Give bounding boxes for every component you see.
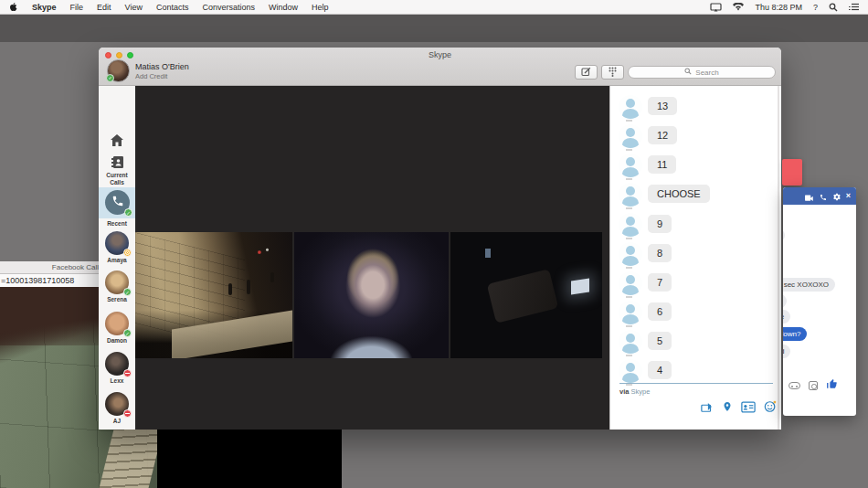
contact-name: AJ bbox=[99, 418, 135, 424]
facebook-call-addressbar[interactable]: =100013981710058 bbox=[0, 274, 102, 287]
dnd-badge bbox=[123, 369, 132, 377]
generic-avatar-icon bbox=[619, 213, 642, 237]
send-file-icon[interactable] bbox=[701, 400, 714, 417]
messenger-toolbar bbox=[783, 375, 856, 397]
black-overlay-rectangle bbox=[157, 428, 342, 488]
messenger-bubble: vd bbox=[783, 345, 790, 358]
recent-label: Recent bbox=[99, 220, 135, 228]
via-service-text: Skype bbox=[631, 387, 651, 396]
facebook-call-titlebar: Facebook Call bbox=[0, 261, 102, 274]
facebook-call-label: Facebook Call bbox=[52, 263, 99, 271]
menu-window[interactable]: Window bbox=[269, 3, 298, 12]
user-name: Matias O'Brien bbox=[135, 62, 189, 71]
dialpad-button[interactable] bbox=[601, 65, 624, 80]
chat-panel: 13 12 11 CHOOSE 9 8 7 6 bbox=[609, 86, 781, 430]
user-online-badge: ✓ bbox=[106, 74, 114, 82]
list-icon[interactable] bbox=[849, 3, 859, 11]
home-icon bbox=[111, 133, 123, 150]
chat-message-bubble: 5 bbox=[648, 332, 672, 350]
menu-bar: Skype File Edit View Contacts Conversati… bbox=[0, 0, 868, 15]
search-input[interactable]: Search bbox=[628, 66, 776, 79]
video-call-icon[interactable] bbox=[805, 188, 814, 205]
home-tab[interactable] bbox=[99, 133, 135, 150]
avatar-damon: ✓ bbox=[105, 312, 129, 335]
chat-toolbar bbox=[610, 400, 777, 417]
thumbs-up-icon[interactable] bbox=[826, 377, 838, 394]
games-icon[interactable] bbox=[789, 382, 800, 389]
chat-message-bubble: 13 bbox=[648, 97, 677, 115]
messenger-window: × u y I a sec XOXOXO m while u break dow… bbox=[783, 187, 856, 416]
camera-icon[interactable] bbox=[809, 381, 818, 390]
video-feed-subway[interactable] bbox=[135, 232, 292, 358]
search-field-icon bbox=[684, 68, 692, 77]
menu-skype[interactable]: Skype bbox=[32, 3, 57, 12]
chat-message-row: 8 bbox=[610, 242, 781, 268]
new-conversation-button[interactable] bbox=[575, 65, 598, 80]
phone-icon[interactable] bbox=[820, 188, 827, 205]
emoticon-icon[interactable] bbox=[764, 400, 777, 417]
online-badge: ✓ bbox=[123, 329, 132, 337]
chat-message-row: 12 bbox=[610, 124, 781, 150]
compose-icon bbox=[581, 64, 591, 80]
close-icon[interactable]: × bbox=[846, 192, 851, 200]
chat-message-row: 4 bbox=[610, 359, 781, 385]
address-fragment: =100013981710058 bbox=[1, 276, 74, 285]
chat-message-bubble: 9 bbox=[648, 215, 672, 233]
contact-name: Serena bbox=[99, 296, 135, 302]
generic-avatar-icon bbox=[619, 359, 642, 383]
user-avatar[interactable]: ✓ bbox=[107, 59, 130, 82]
skype-window: Skype ✓ Matias O'Brien Add Credit Search… bbox=[99, 48, 781, 430]
via-text: via bbox=[619, 387, 629, 396]
active-call-button[interactable]: ✓ bbox=[105, 190, 130, 215]
dialpad-icon bbox=[609, 64, 617, 80]
background-window-strip bbox=[0, 15, 868, 42]
contacts-tab[interactable] bbox=[99, 155, 135, 172]
chat-message-bubble: 11 bbox=[648, 155, 676, 174]
menu-help[interactable]: Help bbox=[312, 3, 329, 12]
help-menu-glyph[interactable]: ? bbox=[813, 3, 818, 12]
chat-message-bubble: 12 bbox=[648, 126, 677, 144]
generic-avatar-icon bbox=[619, 271, 642, 295]
gear-icon[interactable] bbox=[832, 188, 841, 205]
video-feed-hospital-room[interactable] bbox=[450, 232, 602, 358]
avatar-lexx bbox=[105, 352, 129, 376]
chat-message-row: 5 bbox=[610, 330, 781, 355]
via-skype-label: via Skype bbox=[619, 387, 650, 396]
alert-red-fragment bbox=[782, 159, 802, 186]
video-feed-crying-woman[interactable] bbox=[294, 232, 449, 358]
generic-avatar-icon bbox=[619, 183, 642, 207]
chat-message-bubble: 8 bbox=[648, 244, 672, 262]
wifi-icon[interactable] bbox=[733, 3, 744, 11]
apple-icon[interactable] bbox=[9, 2, 18, 12]
messenger-bubble-outgoing: u break down? bbox=[783, 327, 807, 341]
menu-view[interactable]: View bbox=[125, 3, 143, 12]
menu-edit[interactable]: Edit bbox=[97, 3, 111, 12]
avatar-serena: ✓ bbox=[105, 271, 129, 294]
chat-message-row: CHOOSE bbox=[610, 183, 781, 208]
messenger-header: × bbox=[783, 187, 856, 205]
contact-card-icon[interactable] bbox=[741, 400, 756, 417]
generic-avatar-icon bbox=[619, 330, 642, 354]
chat-message-row: 13 bbox=[610, 95, 781, 121]
display-icon[interactable] bbox=[710, 3, 722, 12]
menu-contacts[interactable]: Contacts bbox=[156, 3, 189, 12]
message-input-divider bbox=[619, 383, 773, 384]
chat-message-bubble: 4 bbox=[648, 361, 672, 379]
menubar-clock[interactable]: Thu 8:28 PM bbox=[755, 3, 802, 12]
contact-name: Lexx bbox=[99, 377, 135, 384]
location-icon[interactable] bbox=[722, 400, 733, 417]
messenger-bubble: a sec XOXOXO bbox=[783, 278, 835, 292]
add-credit-link[interactable]: Add Credit bbox=[135, 72, 167, 80]
chat-scrollbar[interactable] bbox=[778, 86, 779, 430]
call-online-badge: ✓ bbox=[124, 208, 132, 217]
menu-file[interactable]: File bbox=[70, 3, 84, 12]
messenger-bubble: u bbox=[783, 228, 785, 242]
contact-name: Damon bbox=[99, 337, 135, 344]
messenger-bubble: while bbox=[783, 310, 790, 324]
menu-conversations[interactable]: Conversations bbox=[202, 3, 255, 12]
window-title: Skype bbox=[99, 50, 781, 59]
search-icon[interactable] bbox=[829, 3, 838, 12]
chat-message-bubble: CHOOSE bbox=[648, 185, 710, 203]
online-badge: ✓ bbox=[123, 288, 132, 296]
chat-message-row: 7 bbox=[610, 271, 781, 297]
